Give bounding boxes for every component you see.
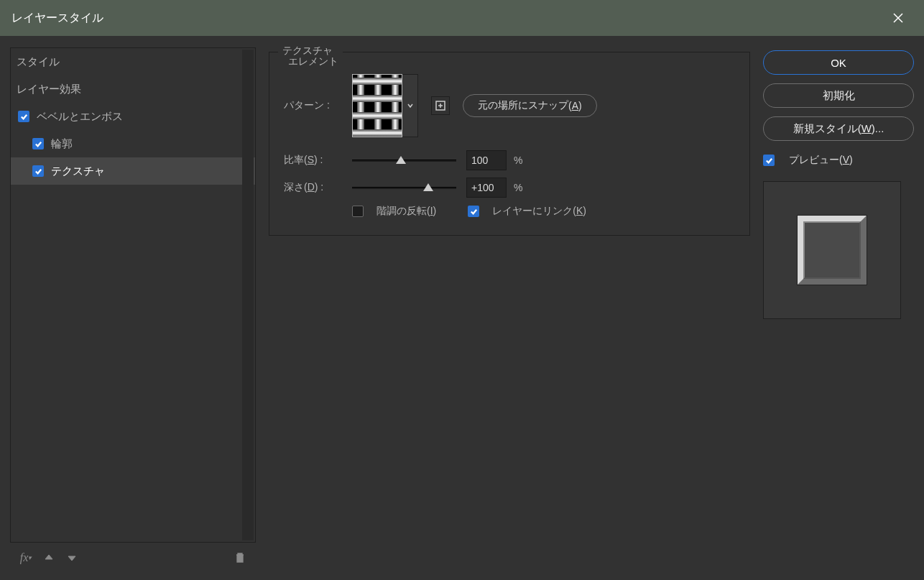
checkbox-contour[interactable] bbox=[32, 138, 44, 149]
scale-slider[interactable] bbox=[352, 153, 456, 167]
fx-menu-icon[interactable]: fx▾ bbox=[19, 551, 33, 565]
preview-checkbox-row[interactable]: プレビュー(V) bbox=[763, 154, 914, 167]
scrollbar[interactable] bbox=[242, 50, 254, 540]
link-checkbox-row[interactable]: レイヤーにリンク(K) bbox=[468, 205, 586, 218]
fieldset-legend: テクスチャ エレメント bbox=[278, 45, 343, 68]
sidebar-item-label: テクスチャ bbox=[51, 165, 105, 178]
invert-checkbox-row[interactable]: 階調の反転(I) bbox=[352, 205, 436, 218]
trash-icon[interactable] bbox=[233, 551, 247, 565]
checkbox-texture[interactable] bbox=[32, 165, 44, 177]
styles-heading-label: スタイル bbox=[17, 55, 60, 69]
sidebar-item-label: 輪郭 bbox=[51, 137, 73, 151]
styles-list: スタイル レイヤー効果 ベベルとエンボス 輪郭 テクスチャ bbox=[10, 47, 256, 543]
link-checkbox[interactable] bbox=[468, 206, 479, 217]
right-column: OK 初期化 新規スタイル(W)... プレビュー(V) bbox=[763, 47, 914, 573]
sidebar-item-contour[interactable]: 輪郭 bbox=[11, 130, 255, 157]
pattern-swatch bbox=[352, 74, 402, 137]
pattern-picker[interactable] bbox=[352, 74, 418, 137]
reset-button[interactable]: 初期化 bbox=[763, 83, 914, 108]
depth-input[interactable] bbox=[466, 178, 507, 198]
scale-row: 比率(S) : % bbox=[284, 150, 735, 170]
close-icon bbox=[893, 13, 903, 23]
pattern-label: パターン : bbox=[284, 99, 352, 112]
chevron-down-icon bbox=[407, 102, 414, 109]
left-column: スタイル レイヤー効果 ベベルとエンボス 輪郭 テクスチャ bbox=[10, 47, 256, 573]
new-preset-button[interactable] bbox=[431, 96, 450, 115]
link-label: レイヤーにリンク(K) bbox=[492, 205, 586, 218]
styles-heading[interactable]: スタイル bbox=[11, 48, 255, 75]
preview-checkbox[interactable] bbox=[763, 155, 775, 166]
preview-swatch bbox=[798, 216, 867, 285]
sidebar-item-texture[interactable]: テクスチャ bbox=[11, 157, 255, 185]
blending-heading[interactable]: レイヤー効果 bbox=[11, 75, 255, 103]
invert-checkbox[interactable] bbox=[352, 206, 364, 217]
sidebar-item-bevel[interactable]: ベベルとエンボス bbox=[11, 103, 255, 130]
snap-to-origin-button[interactable]: 元の場所にスナップ(A) bbox=[463, 94, 597, 117]
move-down-icon[interactable] bbox=[65, 551, 79, 565]
plus-in-box-icon bbox=[435, 101, 445, 111]
dialog-body: スタイル レイヤー効果 ベベルとエンボス 輪郭 テクスチャ bbox=[0, 36, 924, 580]
depth-unit: % bbox=[514, 182, 522, 193]
checkbox-row: 階調の反転(I) レイヤーにリンク(K) bbox=[352, 205, 735, 218]
scale-label: 比率(S) : bbox=[284, 154, 352, 167]
dialog-title: レイヤースタイル bbox=[11, 11, 103, 26]
close-button[interactable] bbox=[884, 4, 913, 32]
sidebar-item-label: ベベルとエンボス bbox=[37, 110, 123, 124]
preview-label: プレビュー(V) bbox=[789, 154, 853, 167]
invert-label: 階調の反転(I) bbox=[376, 205, 436, 218]
depth-label: 深さ(D) : bbox=[284, 181, 352, 194]
scale-input[interactable] bbox=[466, 150, 507, 170]
list-footer: fx▾ bbox=[10, 543, 256, 573]
settings-panel: テクスチャ エレメント パターン : bbox=[269, 47, 750, 573]
pattern-row: パターン : bbox=[284, 74, 735, 137]
ok-button[interactable]: OK bbox=[763, 50, 914, 75]
scale-unit: % bbox=[514, 155, 522, 166]
depth-row: 深さ(D) : % bbox=[284, 178, 735, 198]
move-up-icon[interactable] bbox=[42, 551, 56, 565]
pattern-dropdown-arrow[interactable] bbox=[402, 74, 418, 137]
blending-heading-label: レイヤー効果 bbox=[17, 83, 81, 96]
preview-box bbox=[763, 181, 901, 319]
layer-style-dialog: レイヤースタイル スタイル レイヤー効果 ベベルとエンボス bbox=[0, 0, 924, 580]
depth-slider[interactable] bbox=[352, 180, 456, 195]
checkbox-bevel[interactable] bbox=[18, 111, 29, 122]
new-style-button[interactable]: 新規スタイル(W)... bbox=[763, 116, 914, 141]
titlebar: レイヤースタイル bbox=[0, 0, 924, 36]
texture-fieldset: テクスチャ エレメント パターン : bbox=[269, 52, 750, 236]
